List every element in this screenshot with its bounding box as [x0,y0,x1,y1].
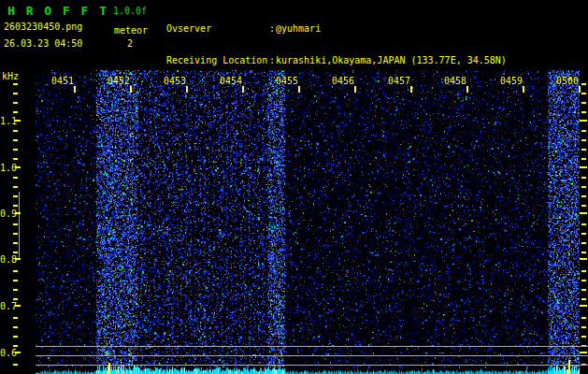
freq-minor-tick-right [581,177,586,179]
datetime-label: 26.03.23 04:50 [4,38,82,49]
freq-major-tick-right [580,305,587,307]
freq-minor-tick-right [581,252,586,253]
freq-minor-tick-right [581,111,586,113]
freq-minor-tick-right [581,270,586,272]
freq-minor-tick-left [13,158,18,160]
spectrogram-canvas [36,70,580,374]
info-row-location: Receiving Location:kurashiki,Okayama,JAP… [166,55,507,66]
freq-minor-tick-left [13,130,18,132]
freq-minor-tick-left [13,223,18,225]
freq-minor-tick-left [13,139,18,141]
time-tick-label: 0500 [556,76,579,86]
freq-minor-tick-left [13,364,18,366]
observer-label: Ovserver [166,23,269,35]
time-tick-label: 0455 [276,76,298,86]
time-tick-label: 0454 [220,76,242,86]
time-tick [130,86,132,93]
freq-major-tick-right [580,258,587,260]
time-tick [523,86,524,93]
freq-minor-tick-left [13,280,18,281]
time-tick [298,86,300,93]
freq-minor-tick-left [13,102,18,104]
freq-major-tick-left [15,166,21,168]
freq-major-tick-left [15,305,21,307]
location-label: Receiving Location [166,55,269,66]
freq-axis-unit: kHz [2,71,19,81]
freq-minor-tick-right [581,326,586,328]
freq-minor-tick-left [13,195,18,197]
freq-minor-tick-right [581,280,586,281]
freq-minor-tick-right [581,205,586,207]
time-tick-label: 0457 [388,76,410,86]
freq-minor-tick-left [13,326,18,328]
freq-minor-tick-right [581,158,586,160]
meteor-marker [568,360,570,374]
time-tick-label: 0451 [51,76,74,86]
location-value: kurashiki,Okayama,JAPAN (133.77E, 34.58N… [276,55,507,66]
app-title: H R O F F T [7,4,108,18]
time-tick-label: 0453 [164,76,186,86]
freq-minor-tick-left [13,93,18,94]
freq-major-tick-left [15,120,21,122]
colon: : [269,55,276,66]
time-tick-label: 0456 [332,76,354,86]
time-tick [242,86,244,93]
meteor-counter-value: 2 [127,38,133,49]
axis-scale-line [19,192,20,260]
freq-minor-tick-right [581,298,586,300]
freq-minor-tick-left [13,186,18,188]
freq-minor-tick-left [13,298,18,300]
time-tick [74,86,76,93]
reference-gridline [36,365,588,366]
freq-minor-tick-left [13,233,18,235]
reference-gridline [36,355,588,356]
time-tick [579,86,581,93]
time-tick [410,86,412,93]
freq-major-tick-left [15,258,21,260]
freq-minor-tick-right [581,102,586,104]
freq-minor-tick-left [13,270,18,272]
freq-major-tick-left [15,352,21,353]
freq-minor-tick-left [13,177,18,179]
freq-minor-tick-right [581,223,586,225]
freq-minor-tick-left [13,317,18,319]
freq-minor-tick-right [581,186,586,188]
freq-minor-tick-left [13,252,18,253]
freq-minor-tick-right [581,233,586,235]
freq-minor-tick-right [581,289,586,291]
freq-major-tick-right [580,166,587,168]
freq-minor-tick-right [581,130,586,132]
freq-minor-tick-right [581,139,586,141]
version-label: 1.0.0f [113,6,147,16]
freq-minor-tick-left [13,345,18,347]
time-tick-label: 0452 [108,76,130,86]
time-tick-label: 0458 [444,76,466,86]
freq-minor-tick-right [581,317,586,319]
meteor-marker [108,363,110,374]
meteor-counter-label: meteor [114,25,148,36]
time-tick [466,86,468,93]
freq-minor-tick-right [581,242,586,244]
freq-major-tick-right [580,352,587,353]
freq-minor-tick-right [581,93,586,94]
info-row-observer: Ovserver:@yuhmari [166,23,507,35]
freq-minor-tick-right [581,195,586,197]
freq-minor-tick-left [13,149,18,151]
freq-minor-tick-left [13,289,18,291]
freq-minor-tick-left [13,111,18,113]
filename-label: 2603230450.png [4,22,82,32]
freq-minor-tick-left [13,205,18,207]
freq-major-tick-right [580,212,587,214]
freq-minor-tick-left [13,83,18,85]
reference-gridline [36,346,588,347]
freq-minor-tick-right [581,149,586,151]
colon: : [269,23,276,35]
freq-minor-tick-right [581,83,586,85]
observer-value: @yuhmari [276,23,321,35]
freq-minor-tick-left [13,336,18,338]
hrofft-window: H R O F F T 1.0.0f 2603230450.png meteor… [0,0,588,374]
time-tick [186,86,188,93]
freq-major-tick-left [15,212,21,214]
freq-minor-tick-right [581,336,586,338]
time-tick-label: 0459 [500,76,523,86]
